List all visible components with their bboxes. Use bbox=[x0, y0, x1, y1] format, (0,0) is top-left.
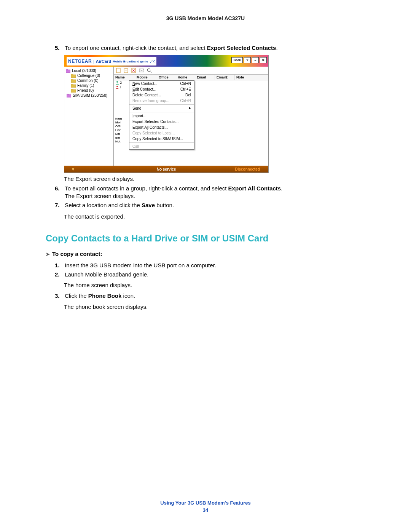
step-7-after: The contact is exported. bbox=[64, 213, 365, 220]
step-b2-num: 2. bbox=[55, 271, 63, 278]
new-contact-icon[interactable] bbox=[116, 68, 121, 73]
svg-rect-12 bbox=[67, 94, 68, 95]
step-5: 5. To export one contact, right-click th… bbox=[55, 44, 365, 52]
step-b2: 2. Launch Mobile Broadband genie. bbox=[55, 271, 365, 278]
logo-netgear: NETGEAR bbox=[68, 59, 92, 64]
tree-item-label: Friend (0) bbox=[77, 88, 94, 93]
col-office[interactable]: Office bbox=[157, 75, 176, 80]
tree-root[interactable]: Local (2/1000) bbox=[65, 68, 113, 73]
step-b1: 1. Insert the 3G USB modem into the USB … bbox=[55, 262, 365, 269]
delete-contact-icon[interactable] bbox=[131, 68, 137, 73]
step-7-text-a: Select a location and click the bbox=[65, 202, 142, 208]
app-titlebar: NETGEAR | AirCard Mobile Broadband genie… bbox=[64, 55, 268, 67]
page-footer: Using Your 3G USB Modem's Features 34 bbox=[46, 496, 365, 513]
step-7: 7. Select a location and click the Save … bbox=[55, 201, 365, 209]
help-button[interactable]: ? bbox=[244, 57, 251, 63]
col-email2[interactable]: Email2 bbox=[215, 75, 235, 80]
task-lead: ➤To copy a contact: bbox=[46, 251, 365, 257]
svg-rect-13 bbox=[116, 68, 120, 73]
svg-point-0 bbox=[154, 60, 155, 61]
context-menu: New Contact... Ctrl+N Edit Contact... Ct… bbox=[129, 80, 194, 150]
close-button[interactable]: ✕ bbox=[260, 57, 267, 63]
minimize-button[interactable]: – bbox=[252, 57, 259, 63]
footer-page-number: 34 bbox=[46, 507, 365, 513]
step-6-text-b: . bbox=[281, 185, 282, 192]
step-b3: 3. Click the Phone Book icon. bbox=[55, 292, 365, 300]
ctx-call: Call bbox=[129, 144, 194, 149]
person-icon bbox=[115, 81, 119, 85]
step-b2-after: The home screen displays. bbox=[64, 281, 365, 289]
step-5-text-a: To export one contact, right-click the c… bbox=[65, 45, 207, 51]
col-home[interactable]: Home bbox=[176, 75, 195, 80]
tree-pane: Local (2/1000) Colleague (0) Common (0) … bbox=[64, 67, 114, 166]
step-5-after: The Export screen displays. bbox=[64, 175, 365, 183]
tree-item-label: SIM/USIM (250/250) bbox=[73, 93, 107, 97]
svg-point-17 bbox=[147, 69, 150, 72]
tree-root-label: Local (2/1000) bbox=[72, 69, 96, 73]
ctx-copy-local: Copy Selected to Local... bbox=[129, 130, 194, 136]
svg-rect-6 bbox=[71, 79, 73, 80]
ctx-delete-contact[interactable]: Delete Contact... Del bbox=[129, 92, 194, 98]
step-6-num: 6. bbox=[55, 185, 63, 192]
ctx-export-all[interactable]: Export All Contacts... bbox=[129, 125, 194, 130]
status-disconnected: Disconnected bbox=[235, 167, 260, 171]
tree-item-friend[interactable]: Friend (0) bbox=[65, 88, 113, 93]
col-mobile[interactable]: Mobile bbox=[135, 75, 157, 80]
tree-item-family[interactable]: Family (1) bbox=[65, 83, 113, 88]
col-note[interactable]: Note bbox=[235, 75, 268, 80]
step-6-text-a: To export all contacts in a group, right… bbox=[65, 185, 228, 192]
step-b3-text-b: icon. bbox=[121, 292, 135, 299]
step-b3-text-a: Click the bbox=[65, 292, 88, 299]
status-bar: ▼ No service Disconnected bbox=[64, 166, 268, 173]
content-toolbar bbox=[114, 67, 268, 74]
app-screenshot: NETGEAR | AirCard Mobile Broadband genie… bbox=[64, 55, 365, 173]
folder-icon bbox=[71, 89, 76, 93]
ctx-edit-contact[interactable]: Edit Contact... Ctrl+E bbox=[129, 86, 194, 92]
ctx-remove-from-group: Remove from group... Ctrl+R bbox=[129, 98, 194, 104]
step-6-line2: The Export screen displays. bbox=[65, 193, 135, 199]
ctx-new-contact[interactable]: New Contact... Ctrl+N bbox=[129, 81, 194, 86]
ctx-import[interactable]: Import... bbox=[129, 113, 194, 119]
genie-icon bbox=[150, 59, 155, 64]
folder-icon bbox=[71, 79, 76, 83]
tree-item-label: Family (1) bbox=[77, 83, 94, 88]
svg-rect-8 bbox=[71, 84, 73, 85]
col-email[interactable]: Email bbox=[195, 75, 215, 80]
logo-sub: Mobile Broadband genie bbox=[113, 60, 148, 63]
step-7-num: 7. bbox=[55, 201, 63, 209]
ctx-shortcut: Del bbox=[185, 93, 191, 97]
back-button[interactable]: Back bbox=[231, 57, 243, 63]
search-icon[interactable] bbox=[147, 68, 152, 73]
ctx-shortcut: Ctrl+E bbox=[180, 87, 191, 91]
section-heading: Copy Contacts to a Hard Drive or SIM or … bbox=[46, 233, 365, 244]
tree-item-common[interactable]: Common (0) bbox=[65, 78, 113, 83]
ctx-send[interactable]: Send▶ bbox=[129, 105, 194, 111]
logo-aircard: AirCard bbox=[96, 59, 111, 64]
step-7-bold: Save bbox=[142, 202, 155, 208]
person-icon bbox=[115, 85, 119, 89]
ctx-shortcut: Ctrl+N bbox=[180, 81, 191, 86]
col-name[interactable]: Name bbox=[114, 75, 135, 80]
svg-rect-4 bbox=[71, 74, 73, 75]
ctx-export-selected[interactable]: Export Selected Contacts... bbox=[129, 119, 194, 125]
footer-title: Using Your 3G USB Modem's Features bbox=[46, 500, 365, 506]
step-5-num: 5. bbox=[55, 44, 63, 52]
column-headers: Name Mobile Office Home Email Email2 Not… bbox=[114, 74, 268, 80]
step-6-bold: Export All Contacts bbox=[228, 185, 281, 192]
tree-item-label: Colleague (0) bbox=[77, 73, 100, 78]
svg-point-19 bbox=[116, 86, 118, 87]
page-header: 3G USB Modem Model AC327U bbox=[46, 15, 365, 21]
app-logo: NETGEAR | AirCard Mobile Broadband genie bbox=[67, 57, 156, 66]
step-b3-after: The phone book screen displays. bbox=[64, 303, 365, 311]
detail-labels: Nam Mol Offi Hor Em Em Not bbox=[115, 117, 122, 144]
edit-contact-icon[interactable] bbox=[124, 68, 129, 73]
svg-point-18 bbox=[116, 81, 118, 83]
step-b1-num: 1. bbox=[55, 262, 63, 269]
tree-item-label: Common (0) bbox=[77, 78, 99, 83]
svg-rect-2 bbox=[66, 69, 68, 70]
step-b3-bold: Phone Book bbox=[88, 292, 122, 299]
tree-item-sim[interactable]: SIM/USIM (250/250) bbox=[65, 93, 113, 98]
tree-item-colleague[interactable]: Colleague (0) bbox=[65, 73, 113, 78]
send-icon[interactable] bbox=[139, 68, 144, 73]
ctx-copy-sim[interactable]: Copy Selected to SIM/USIM... bbox=[129, 136, 194, 142]
